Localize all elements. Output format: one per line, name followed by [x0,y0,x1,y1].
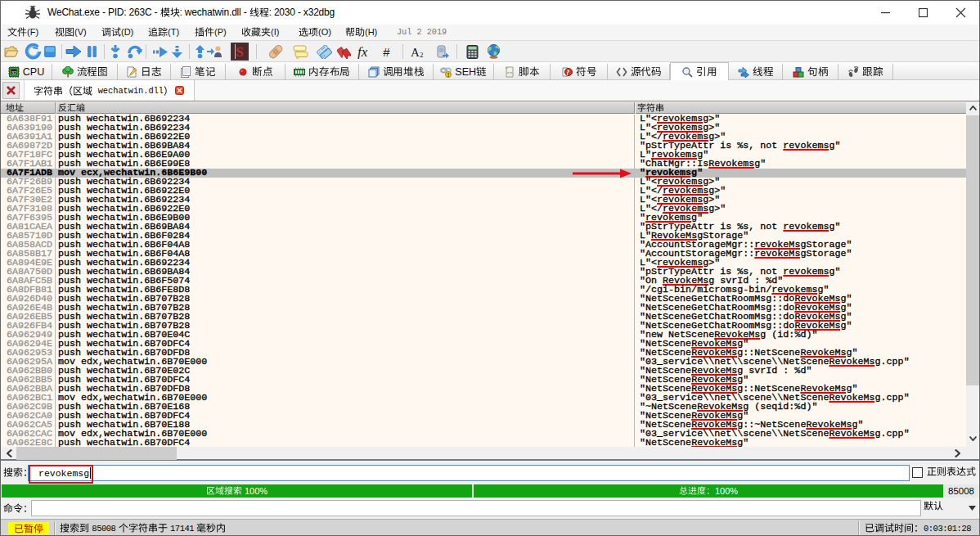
svg-text:!: ! [447,72,449,78]
svg-text:2: 2 [420,51,424,58]
svg-text:fx: fx [357,44,368,59]
svg-text:S: S [236,44,243,60]
svg-text:#: # [383,45,390,58]
svg-text:32: 32 [11,70,16,75]
svg-text:<>: <> [507,70,514,76]
svg-text:A: A [411,46,420,58]
